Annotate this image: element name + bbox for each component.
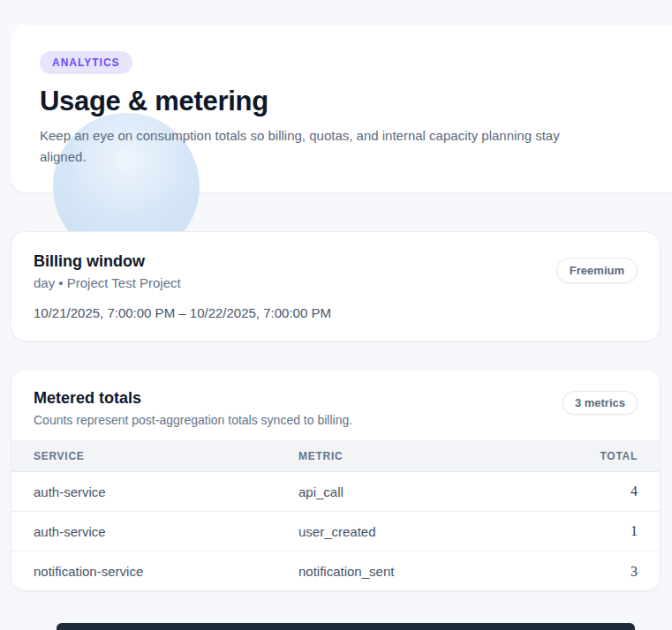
total-cell: 3 <box>558 564 638 580</box>
hero-card: ANALYTICS Usage & metering Keep an eye o… <box>11 25 672 192</box>
page-title: Usage & metering <box>40 86 664 117</box>
page-description: Keep an eye on consumption totals so bil… <box>40 125 609 168</box>
metric-cell: user_created <box>298 524 558 539</box>
total-cell: 4 <box>558 484 638 499</box>
billing-window-card: Freemium Billing window day • Project Te… <box>11 231 661 341</box>
billing-window-title: Billing window <box>34 252 638 271</box>
footer-peek-bar <box>57 623 635 630</box>
column-header-total: TOTAL <box>558 450 638 462</box>
billing-date-range: 10/21/2025, 7:00:00 PM – 10/22/2025, 7:0… <box>34 305 638 320</box>
column-header-service: SERVICE <box>34 450 298 462</box>
total-cell: 1 <box>558 523 638 539</box>
service-cell: auth-service <box>34 484 298 499</box>
billing-window-subtitle: day • Project Test Project <box>34 275 638 290</box>
table-row: auth-service user_created 1 <box>11 512 660 551</box>
usage-table: SERVICE METRIC TOTAL auth-service api_ca… <box>11 440 660 591</box>
column-header-metric: METRIC <box>298 450 558 462</box>
metered-totals-card: 3 metrics Metered totals Counts represen… <box>11 369 661 591</box>
table-row: notification-service notification_sent 3 <box>11 551 660 591</box>
service-cell: notification-service <box>34 564 298 579</box>
metric-cell: api_call <box>298 484 558 499</box>
metered-totals-subtitle: Counts represent post-aggregation totals… <box>34 413 638 427</box>
metrics-count-badge: 3 metrics <box>563 391 638 415</box>
metric-cell: notification_sent <box>298 564 558 579</box>
analytics-badge: ANALYTICS <box>40 51 132 74</box>
service-cell: auth-service <box>34 524 298 539</box>
table-header-row: SERVICE METRIC TOTAL <box>11 440 660 472</box>
metered-totals-title: Metered totals <box>34 389 638 408</box>
plan-badge: Freemium <box>556 258 638 283</box>
table-row: auth-service api_call 4 <box>11 472 660 512</box>
